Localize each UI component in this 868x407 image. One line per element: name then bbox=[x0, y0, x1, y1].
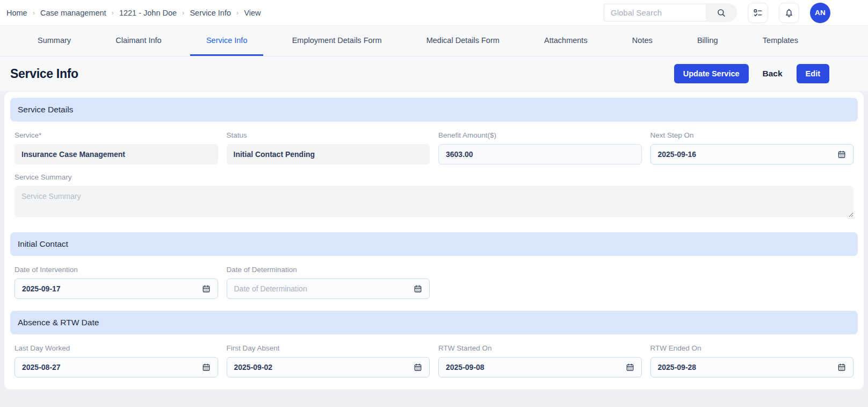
service-details-row: Service* Insurance Case Management Statu… bbox=[10, 131, 858, 165]
calendar-icon bbox=[626, 363, 634, 372]
date-of-determination-label: Date of Determination bbox=[227, 266, 430, 274]
date-of-determination-input[interactable]: Date of Determination bbox=[227, 279, 430, 299]
tab-bar: Summary Claimant Info Service Info Emplo… bbox=[0, 26, 868, 56]
search-icon bbox=[717, 8, 726, 18]
rtw-ended-on-value: 2025-09-28 bbox=[658, 363, 697, 372]
first-day-absent-field: First Day Absent 2025-09-02 bbox=[227, 344, 430, 377]
topbar-actions: AN bbox=[604, 3, 830, 23]
service-summary-field: Service Summary bbox=[10, 173, 858, 219]
benefit-amount-label: Benefit Amount($) bbox=[438, 131, 642, 139]
date-of-intervention-label: Date of Intervention bbox=[15, 266, 218, 274]
notifications-button[interactable] bbox=[779, 3, 799, 23]
service-info-card: Service Details Service* Insurance Case … bbox=[4, 92, 864, 389]
last-day-worked-label: Last Day Worked bbox=[15, 344, 218, 352]
breadcrumb-separator: › bbox=[236, 9, 238, 17]
rtw-started-on-input[interactable]: 2025-09-08 bbox=[438, 357, 642, 377]
rtw-started-on-field: RTW Started On 2025-09-08 bbox=[438, 344, 642, 377]
tab-attachments[interactable]: Attachments bbox=[528, 26, 604, 56]
top-header: Home › Case management › 1221 - John Doe… bbox=[0, 0, 868, 26]
breadcrumb-home[interactable]: Home bbox=[6, 9, 27, 17]
breadcrumb-case-management[interactable]: Case management bbox=[40, 9, 106, 17]
benefit-amount-value: 3603.00 bbox=[446, 150, 473, 159]
date-of-determination-field: Date of Determination Date of Determinat… bbox=[227, 266, 430, 299]
status-label: Status bbox=[227, 131, 430, 139]
breadcrumb-separator: › bbox=[182, 9, 184, 17]
update-service-button[interactable]: Update Service bbox=[674, 64, 749, 83]
breadcrumb-separator: › bbox=[33, 9, 35, 17]
rtw-started-on-value: 2025-09-08 bbox=[446, 363, 484, 372]
last-day-worked-input[interactable]: 2025-08-27 bbox=[15, 357, 218, 377]
title-actions: Update Service Back Edit bbox=[674, 64, 829, 83]
tab-medical-details-form[interactable]: Medical Details Form bbox=[410, 26, 516, 56]
calendar-icon bbox=[202, 284, 211, 293]
title-bar: Service Info Update Service Back Edit bbox=[0, 56, 868, 91]
next-step-on-input[interactable]: 2025-09-16 bbox=[650, 144, 854, 165]
benefit-amount-field: Benefit Amount($) 3603.00 bbox=[438, 131, 642, 165]
breadcrumb-view: View bbox=[244, 9, 261, 17]
rtw-ended-on-field: RTW Ended On 2025-09-28 bbox=[650, 344, 854, 377]
tab-service-info[interactable]: Service Info bbox=[190, 26, 264, 56]
service-value: Insurance Case Management bbox=[21, 150, 125, 159]
calendar-icon bbox=[202, 363, 211, 372]
page-content: Service Details Service* Insurance Case … bbox=[0, 91, 868, 389]
service-label: Service* bbox=[15, 131, 218, 139]
page-title: Service Info bbox=[10, 67, 78, 81]
global-search bbox=[604, 3, 737, 22]
status-field: Status Initial Contact Pending bbox=[227, 131, 430, 165]
tab-templates[interactable]: Templates bbox=[747, 26, 814, 56]
service-summary-textarea[interactable] bbox=[15, 186, 853, 217]
section-title: Service Details bbox=[18, 105, 73, 115]
service-summary-label: Service Summary bbox=[15, 173, 853, 181]
rtw-ended-on-label: RTW Ended On bbox=[650, 344, 854, 352]
tab-billing[interactable]: Billing bbox=[681, 26, 734, 56]
task-list-button[interactable] bbox=[748, 3, 768, 23]
service-field: Service* Insurance Case Management bbox=[15, 131, 218, 165]
status-value: Initial Contact Pending bbox=[234, 150, 315, 159]
rtw-started-on-label: RTW Started On bbox=[438, 344, 642, 352]
first-day-absent-input[interactable]: 2025-09-02 bbox=[227, 357, 430, 377]
back-button[interactable]: Back bbox=[763, 69, 783, 78]
absence-rtw-row: Last Day Worked 2025-08-27 First Day Abs… bbox=[10, 344, 858, 377]
breadcrumb: Home › Case management › 1221 - John Doe… bbox=[6, 9, 261, 17]
first-day-absent-value: 2025-09-02 bbox=[234, 363, 273, 372]
section-title: Absence & RTW Date bbox=[18, 318, 99, 327]
task-list-icon bbox=[753, 8, 763, 18]
section-header-service-details: Service Details bbox=[10, 98, 858, 122]
calendar-icon bbox=[837, 363, 846, 372]
date-of-intervention-field: Date of Intervention 2025-09-17 bbox=[15, 266, 218, 299]
first-day-absent-label: First Day Absent bbox=[227, 344, 430, 352]
date-of-intervention-input[interactable]: 2025-09-17 bbox=[15, 279, 218, 299]
calendar-icon bbox=[414, 284, 422, 293]
breadcrumb-case-number[interactable]: 1221 - John Doe bbox=[119, 9, 177, 17]
tab-notes[interactable]: Notes bbox=[616, 26, 669, 56]
tab-claimant-info[interactable]: Claimant Info bbox=[99, 26, 177, 56]
date-of-intervention-value: 2025-09-17 bbox=[22, 284, 61, 293]
next-step-on-label: Next Step On bbox=[650, 131, 854, 139]
search-button[interactable] bbox=[706, 3, 737, 22]
breadcrumb-service-info[interactable]: Service Info bbox=[190, 9, 231, 17]
tab-employment-details-form[interactable]: Employment Details Form bbox=[276, 26, 398, 56]
breadcrumb-separator: › bbox=[112, 9, 114, 17]
calendar-icon bbox=[837, 150, 846, 159]
tab-summary[interactable]: Summary bbox=[21, 26, 87, 56]
calendar-icon bbox=[414, 363, 422, 372]
date-of-determination-placeholder: Date of Determination bbox=[234, 284, 307, 293]
global-search-input[interactable] bbox=[604, 4, 706, 22]
status-input: Initial Contact Pending bbox=[227, 144, 430, 165]
edit-button[interactable]: Edit bbox=[797, 64, 829, 83]
last-day-worked-value: 2025-08-27 bbox=[22, 363, 61, 372]
avatar[interactable]: AN bbox=[810, 3, 830, 23]
benefit-amount-input[interactable]: 3603.00 bbox=[438, 144, 642, 165]
next-step-on-value: 2025-09-16 bbox=[658, 150, 697, 159]
section-header-absence-rtw: Absence & RTW Date bbox=[10, 311, 858, 334]
next-step-on-field: Next Step On 2025-09-16 bbox=[650, 131, 854, 165]
initial-contact-row: Date of Intervention 2025-09-17 Date of … bbox=[10, 266, 858, 299]
bell-icon bbox=[784, 8, 794, 18]
last-day-worked-field: Last Day Worked 2025-08-27 bbox=[15, 344, 218, 377]
section-title: Initial Contact bbox=[18, 239, 68, 249]
rtw-ended-on-input[interactable]: 2025-09-28 bbox=[650, 357, 854, 377]
section-header-initial-contact: Initial Contact bbox=[10, 232, 858, 256]
service-input: Insurance Case Management bbox=[15, 144, 218, 165]
